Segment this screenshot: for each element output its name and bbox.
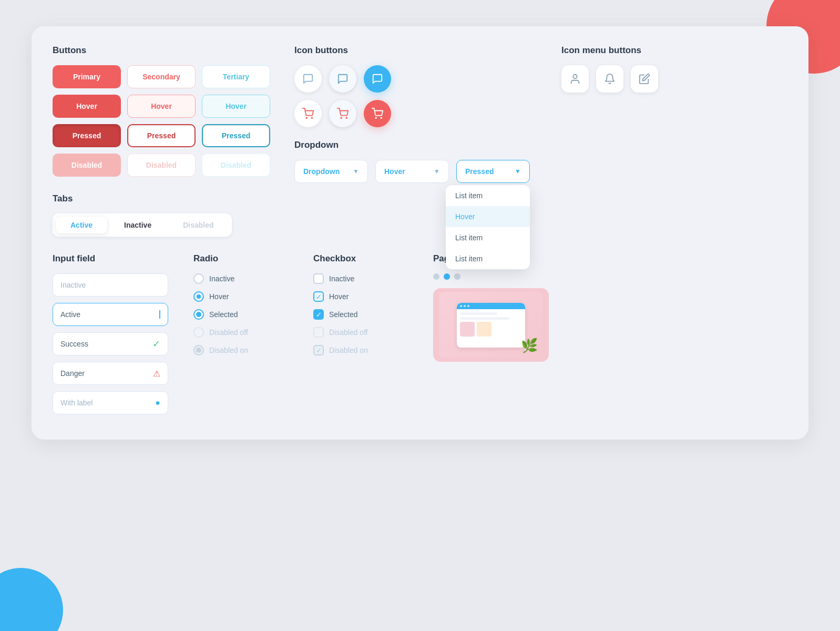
cart-active-button[interactable]	[364, 100, 391, 127]
dropdown-default-label: Dropdown	[303, 167, 340, 176]
info-icon: ●	[155, 398, 160, 408]
icon-menu-user-button[interactable]	[561, 65, 589, 93]
input-success[interactable]: Success ✓	[53, 332, 168, 355]
radio-hover-label: Hover	[209, 292, 229, 301]
chat-hover-button[interactable]	[329, 65, 356, 93]
radio-disabled-off-item: Disabled off	[193, 327, 288, 338]
icon-menu-section: Icon menu buttons	[561, 45, 658, 237]
tertiary-disabled-button: Disabled	[202, 154, 270, 177]
illus-dot-2	[464, 305, 466, 307]
icon-buttons-section: Icon buttons	[294, 45, 530, 237]
checkbox-disabled-on-item: ✓ Disabled on	[313, 345, 408, 355]
pagination-dot-2[interactable]	[444, 273, 450, 280]
dropdown-pressed-chevron: ▼	[515, 168, 521, 175]
tabs-section: Tabs Active Inactive Disabled	[53, 194, 273, 237]
dropdown-menu-item-1[interactable]: List item	[446, 185, 530, 206]
illustration-plant: 🌿	[521, 338, 538, 354]
checkbox-disabled-on-button: ✓	[313, 345, 324, 355]
chat-active-button[interactable]	[364, 65, 391, 93]
icon-menu-bell-button[interactable]	[596, 65, 623, 93]
checkbox-inactive-item: Inactive	[313, 273, 408, 284]
primary-hover-button[interactable]: Hover	[53, 95, 121, 118]
checkbox-inactive-label: Inactive	[329, 274, 354, 283]
radio-hover-button[interactable]	[193, 291, 204, 302]
pagination-image-card: 🌿	[433, 288, 549, 362]
tabs-title: Tabs	[53, 194, 273, 204]
checkbox-selected-button[interactable]: ✓	[313, 309, 324, 320]
dropdown-hover-button[interactable]: Hover ▼	[375, 160, 449, 183]
secondary-hover-button[interactable]: Hover	[127, 95, 196, 118]
checkbox-hover-button[interactable]: ✓	[313, 291, 324, 302]
checkbox-selected-check: ✓	[316, 311, 322, 319]
tertiary-pressed-button[interactable]: Pressed	[202, 124, 270, 147]
dropdown-row: Dropdown ▼ Hover ▼ Pressed ▼	[294, 160, 530, 183]
radio-hover-inner	[197, 294, 201, 299]
checkbox-inactive-button[interactable]	[313, 273, 324, 284]
input-title: Input field	[53, 253, 168, 264]
checkmark-icon: ✓	[152, 338, 160, 350]
checkbox-selected-item: ✓ Selected	[313, 309, 408, 320]
radio-disabled-off-button	[193, 327, 204, 338]
buttons-title: Buttons	[53, 45, 273, 56]
cart-default-button[interactable]	[294, 100, 322, 127]
svg-point-6	[573, 75, 577, 78]
input-danger-text: Danger	[60, 369, 85, 378]
pagination-section: Pagination	[433, 253, 787, 421]
illustration-browser	[457, 303, 525, 348]
svg-point-0	[306, 117, 307, 118]
cart-hover-button[interactable]	[329, 100, 356, 127]
checkbox-section: Checkbox Inactive ✓ Hover ✓ Selected Dis…	[313, 253, 408, 421]
secondary-button[interactable]: Secondary	[127, 65, 196, 88]
checkbox-hover-item: ✓ Hover	[313, 291, 408, 302]
input-section: Input field Inactive Active Success ✓ Da…	[53, 253, 168, 421]
input-cursor	[159, 310, 160, 319]
dropdown-menu-item-4[interactable]: List item	[446, 248, 530, 269]
checkbox-selected-label: Selected	[329, 310, 357, 319]
pagination-dot-3[interactable]	[454, 273, 460, 280]
tab-disabled: Disabled	[168, 217, 228, 233]
pagination-dot-1[interactable]	[433, 273, 439, 280]
pagination-image-inner: 🌿	[439, 292, 543, 358]
chat-default-button[interactable]	[294, 65, 322, 93]
radio-inactive-item: Inactive	[193, 273, 288, 284]
checkbox-disabled-off-button	[313, 327, 324, 338]
dropdown-pressed-button[interactable]: Pressed ▼	[456, 160, 530, 183]
illus-content	[457, 309, 525, 340]
dropdown-default-button[interactable]: Dropdown ▼	[294, 160, 368, 183]
bg-decoration-bottom-left	[0, 568, 63, 631]
primary-button[interactable]: Primary	[53, 65, 121, 88]
checkbox-hover-label: Hover	[329, 292, 349, 301]
pagination-dots	[433, 273, 787, 280]
svg-point-4	[375, 117, 376, 118]
radio-selected-button[interactable]	[193, 309, 204, 320]
dropdown-menu-item-hover[interactable]: Hover	[446, 206, 530, 227]
input-with-label[interactable]: With label ●	[53, 391, 168, 414]
icon-menu-edit-button[interactable]	[631, 65, 658, 93]
illus-line-2	[460, 317, 509, 320]
radio-inactive-button[interactable]	[193, 273, 204, 284]
dropdown-section: Dropdown Dropdown ▼ Hover ▼ Pressed	[294, 140, 530, 183]
radio-selected-item: Selected	[193, 309, 288, 320]
warning-icon: ⚠	[153, 369, 160, 379]
dropdown-menu-item-3[interactable]: List item	[446, 227, 530, 248]
input-danger[interactable]: Danger ⚠	[53, 362, 168, 385]
radio-inactive-label: Inactive	[209, 274, 234, 283]
tab-inactive[interactable]: Inactive	[109, 217, 166, 233]
dropdown-default-chevron: ▼	[353, 168, 359, 175]
top-right: Icon buttons	[273, 45, 787, 237]
dropdown-pressed-label: Pressed	[465, 167, 494, 176]
input-inactive[interactable]: Inactive	[53, 273, 168, 297]
secondary-pressed-button[interactable]: Pressed	[127, 124, 196, 147]
tertiary-button[interactable]: Tertiary	[202, 65, 270, 88]
illus-line-1	[460, 312, 497, 315]
radio-selected-inner	[196, 312, 201, 317]
tertiary-hover-button[interactable]: Hover	[202, 95, 270, 118]
radio-disabled-off-label: Disabled off	[209, 328, 248, 337]
dropdown-hover-label: Hover	[384, 167, 405, 176]
dropdown-hover-chevron: ▼	[434, 168, 440, 175]
input-with-label-text: With label	[60, 399, 93, 407]
input-active[interactable]: Active	[53, 303, 168, 326]
top-sections: Buttons Primary Secondary Tertiary Hover…	[53, 45, 787, 237]
tab-active[interactable]: Active	[56, 217, 107, 233]
primary-pressed-button[interactable]: Pressed	[53, 124, 121, 147]
